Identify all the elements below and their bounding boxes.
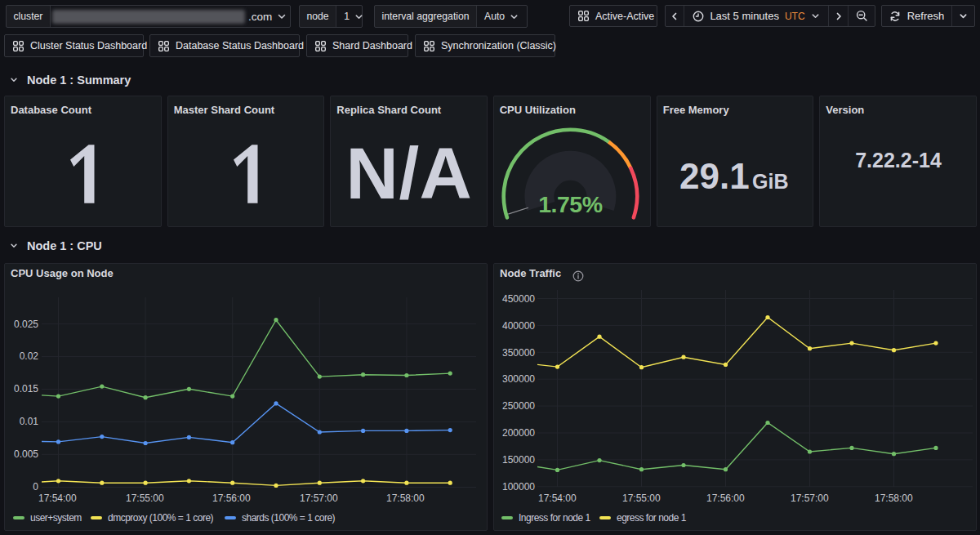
svg-text:1.75%: 1.75% [538, 191, 602, 217]
